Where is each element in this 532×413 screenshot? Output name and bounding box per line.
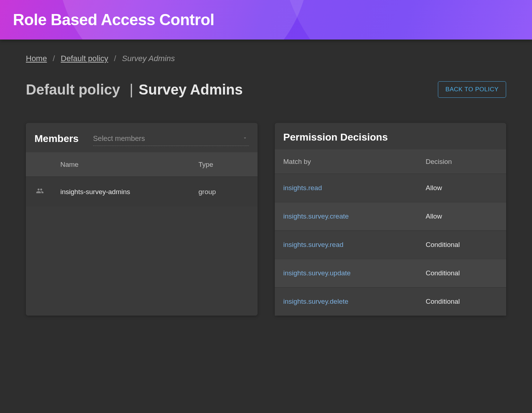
permissions-row-match-cell: insights.survey.create bbox=[283, 212, 426, 220]
group-icon bbox=[34, 187, 45, 195]
app-header: Role Based Access Control bbox=[0, 0, 532, 40]
members-row[interactable]: insights-survey-adminsgroup bbox=[26, 176, 258, 207]
main-container: Home / Default policy / Survey Admins De… bbox=[0, 40, 532, 330]
permissions-row[interactable]: insights.survey.updateConditional bbox=[275, 259, 506, 287]
permissions-row-decision: Allow bbox=[426, 184, 498, 192]
members-col-icon bbox=[34, 161, 60, 169]
permissions-card-header: Permission Decisions bbox=[275, 123, 506, 150]
members-card-header: Members Select members bbox=[26, 123, 258, 152]
permission-link[interactable]: insights.survey.read bbox=[283, 241, 344, 248]
page-title-policy: Default policy bbox=[26, 82, 120, 97]
select-members-wrapper: Select members bbox=[93, 132, 249, 146]
breadcrumb-home[interactable]: Home bbox=[26, 54, 47, 63]
members-table-body: insights-survey-adminsgroup bbox=[26, 176, 258, 207]
permissions-row-decision: Allow bbox=[426, 212, 498, 220]
permissions-row-match-cell: insights.survey.read bbox=[283, 241, 426, 249]
members-row-type: group bbox=[199, 188, 249, 196]
permissions-title: Permission Decisions bbox=[283, 132, 388, 143]
members-table-header: Name Type bbox=[26, 152, 258, 176]
permissions-col-match: Match by bbox=[283, 158, 426, 166]
content-grid: Members Select members Name Type insight… bbox=[26, 123, 506, 316]
title-separator: | bbox=[125, 82, 137, 97]
members-col-name: Name bbox=[60, 161, 199, 169]
members-title: Members bbox=[34, 133, 79, 144]
permissions-row-decision: Conditional bbox=[426, 241, 498, 249]
breadcrumb: Home / Default policy / Survey Admins bbox=[26, 54, 506, 63]
permissions-row-decision: Conditional bbox=[426, 269, 498, 277]
permissions-row-match-cell: insights.read bbox=[283, 184, 426, 192]
members-row-name: insights-survey-admins bbox=[60, 188, 199, 196]
app-title: Role Based Access Control bbox=[13, 11, 519, 29]
breadcrumb-policy[interactable]: Default policy bbox=[61, 54, 108, 63]
members-col-type: Type bbox=[199, 161, 249, 169]
permission-link[interactable]: insights.survey.update bbox=[283, 269, 351, 277]
permissions-row-match-cell: insights.survey.delete bbox=[283, 298, 426, 306]
breadcrumb-current: Survey Admins bbox=[122, 54, 175, 63]
permission-link[interactable]: insights.survey.create bbox=[283, 212, 349, 220]
permissions-row-decision: Conditional bbox=[426, 298, 498, 306]
permissions-col-decision: Decision bbox=[426, 158, 498, 166]
permissions-row-match-cell: insights.survey.update bbox=[283, 269, 426, 277]
permissions-row[interactable]: insights.survey.deleteConditional bbox=[275, 287, 506, 316]
permissions-table-body: insights.readAllowinsights.survey.create… bbox=[275, 174, 506, 316]
members-row-icon-cell bbox=[34, 187, 60, 197]
page-title-role: Survey Admins bbox=[139, 82, 243, 97]
permission-link[interactable]: insights.survey.delete bbox=[283, 298, 348, 305]
breadcrumb-separator: / bbox=[114, 54, 116, 63]
back-to-policy-button[interactable]: BACK TO POLICY bbox=[438, 81, 506, 98]
select-members-dropdown[interactable]: Select members bbox=[93, 132, 249, 146]
page-title: Default policy | Survey Admins bbox=[26, 82, 243, 98]
title-row: Default policy | Survey Admins BACK TO P… bbox=[26, 81, 506, 98]
members-card: Members Select members Name Type insight… bbox=[26, 123, 258, 316]
permissions-row[interactable]: insights.readAllow bbox=[275, 174, 506, 202]
permissions-table-header: Match by Decision bbox=[275, 150, 506, 174]
permissions-row[interactable]: insights.survey.readConditional bbox=[275, 230, 506, 259]
permissions-card: Permission Decisions Match by Decision i… bbox=[275, 123, 506, 316]
permission-link[interactable]: insights.read bbox=[283, 184, 322, 192]
breadcrumb-separator: / bbox=[53, 54, 55, 63]
permissions-row[interactable]: insights.survey.createAllow bbox=[275, 202, 506, 230]
